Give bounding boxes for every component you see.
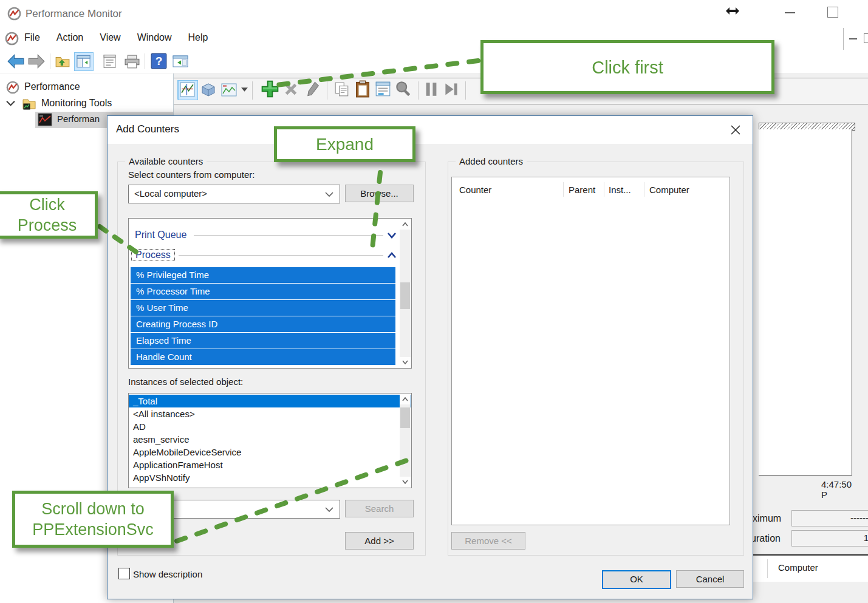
scroll-up-button[interactable] <box>400 394 411 404</box>
instances-label: Instances of selected object: <box>128 376 243 387</box>
search-button[interactable]: Search <box>345 500 414 517</box>
show-console-tree-icon[interactable] <box>77 55 91 68</box>
added-counters-table[interactable]: Counter Parent Inst... Computer <box>451 177 730 525</box>
instance-row[interactable]: AD <box>129 420 411 433</box>
counter-listbox[interactable]: Print Queue Process % Privileged Time% P… <box>128 218 412 369</box>
browse-button[interactable]: Browse... <box>345 185 414 202</box>
new-window-icon[interactable] <box>173 55 188 68</box>
back-icon[interactable] <box>7 53 24 69</box>
scroll-down-button[interactable] <box>400 357 411 367</box>
counter-group-process[interactable]: Process <box>131 246 397 264</box>
print-icon[interactable] <box>124 54 140 69</box>
scroll-down-button[interactable] <box>400 477 411 487</box>
zoom-icon[interactable] <box>395 81 411 97</box>
counter-row[interactable]: Creating Process ID <box>131 316 395 332</box>
report-view-icon[interactable] <box>221 83 237 97</box>
instance-row[interactable]: ApplicationFrameHost <box>129 458 411 471</box>
instance-row[interactable]: AppleMobileDeviceService <box>129 446 411 458</box>
chevron-down-icon[interactable] <box>325 506 333 513</box>
menu-item[interactable]: Action <box>56 32 83 43</box>
counter-row[interactable]: % User Time <box>131 300 395 316</box>
column-separator <box>644 182 644 197</box>
cube-icon[interactable] <box>201 83 216 97</box>
tree-node-performance[interactable]: Performance <box>24 81 80 92</box>
instance-row[interactable]: aesm_service <box>129 433 411 446</box>
up-folder-icon[interactable] <box>55 53 70 69</box>
chevron-down-icon[interactable] <box>6 100 15 107</box>
instances-listbox[interactable]: _Total<All instances>ADaesm_serviceApple… <box>128 393 412 488</box>
legend-computer-header: Computer <box>778 562 818 573</box>
tree-node-monitoring-tools[interactable]: Monitoring Tools <box>41 98 112 109</box>
menu-item[interactable]: File <box>24 32 40 43</box>
paste-counter-list-icon[interactable] <box>355 80 371 98</box>
duration-value-field: 1 <box>791 530 868 547</box>
toolbar-separator <box>418 81 419 100</box>
show-description-checkbox[interactable] <box>118 568 130 579</box>
tree-node-performance-monitor[interactable]: Performan <box>57 114 100 124</box>
instances-scrollbar[interactable] <box>400 394 411 487</box>
scrollbar-thumb[interactable] <box>400 282 410 309</box>
menu-item[interactable]: Help <box>188 32 208 43</box>
performance-monitor-icon-small <box>5 32 19 46</box>
properties-icon[interactable] <box>375 81 391 97</box>
maximize-button[interactable] <box>827 7 838 18</box>
highlight-pencil-icon[interactable] <box>306 81 320 98</box>
dialog-title: Add Counters <box>116 123 179 135</box>
counter-row[interactable]: % Privileged Time <box>131 267 395 283</box>
callout-expand: Expand <box>274 126 415 162</box>
line-chart-icon[interactable] <box>180 82 195 97</box>
menu-item[interactable]: Window <box>137 32 172 43</box>
child-restore-button[interactable] <box>864 33 868 43</box>
callout-scroll-down: Scroll down to PPExtensionSvc <box>12 491 174 548</box>
toolbar-separator <box>252 81 253 100</box>
column-counter[interactable]: Counter <box>459 185 491 195</box>
scrollbar-thumb[interactable] <box>400 407 410 428</box>
add-button[interactable]: Add >> <box>345 532 414 550</box>
freeze-display-icon[interactable] <box>425 82 438 97</box>
remove-button[interactable]: Remove << <box>451 532 525 550</box>
counter-group-print-queue[interactable]: Print Queue <box>131 226 397 244</box>
show-description-label: Show description <box>133 569 202 579</box>
properties-list-icon[interactable] <box>102 53 117 69</box>
delete-counter-icon[interactable] <box>282 81 299 98</box>
computer-combobox[interactable]: <Local computer> <box>128 185 340 203</box>
toolbar-separator <box>327 81 327 100</box>
group-rule <box>194 235 383 236</box>
legend-band: Computer <box>750 556 868 582</box>
instance-row[interactable]: _Total <box>129 395 411 407</box>
counter-row[interactable]: Elapsed Time <box>131 333 395 349</box>
resize-arrows-icon[interactable] <box>725 5 740 17</box>
process-label: Process <box>131 249 175 261</box>
menu-items: FileActionViewWindowHelp <box>24 32 224 43</box>
graph-time-label: 4:47:50 P <box>821 479 852 500</box>
toolbar-separator <box>145 53 145 69</box>
add-counter-icon[interactable] <box>261 80 279 98</box>
update-data-icon[interactable] <box>444 82 459 97</box>
chevron-up-icon[interactable] <box>387 252 397 259</box>
counter-row[interactable]: Handle Count <box>131 349 395 365</box>
chart-type-dropdown-icon[interactable] <box>241 87 248 92</box>
monitoring-tools-folder-icon <box>22 97 36 111</box>
callout-click-first: Click first <box>480 40 774 94</box>
close-icon[interactable] <box>730 124 742 136</box>
instance-row[interactable]: <All instances> <box>129 407 411 420</box>
ok-button[interactable]: OK <box>602 570 671 589</box>
child-minimize-button[interactable] <box>849 38 857 39</box>
menu-item[interactable]: View <box>100 32 120 43</box>
help-icon[interactable]: ? <box>151 53 167 69</box>
chevron-down-icon[interactable] <box>387 232 397 239</box>
column-computer[interactable]: Computer <box>649 185 689 195</box>
counter-list-scrollbar[interactable] <box>400 219 411 367</box>
copy-properties-icon[interactable] <box>334 81 350 97</box>
minimize-button[interactable] <box>785 12 795 13</box>
cancel-button[interactable]: Cancel <box>676 570 744 588</box>
chevron-down-icon[interactable] <box>325 191 333 197</box>
counter-row[interactable]: % Processor Time <box>131 284 395 299</box>
scroll-up-button[interactable] <box>400 219 411 230</box>
group-rule <box>179 255 383 256</box>
instance-row[interactable]: AppVShNotify <box>129 471 411 484</box>
column-parent[interactable]: Parent <box>569 185 595 195</box>
child-window-controls <box>843 28 868 50</box>
column-instance[interactable]: Inst... <box>609 185 631 195</box>
forward-icon[interactable] <box>28 53 45 69</box>
